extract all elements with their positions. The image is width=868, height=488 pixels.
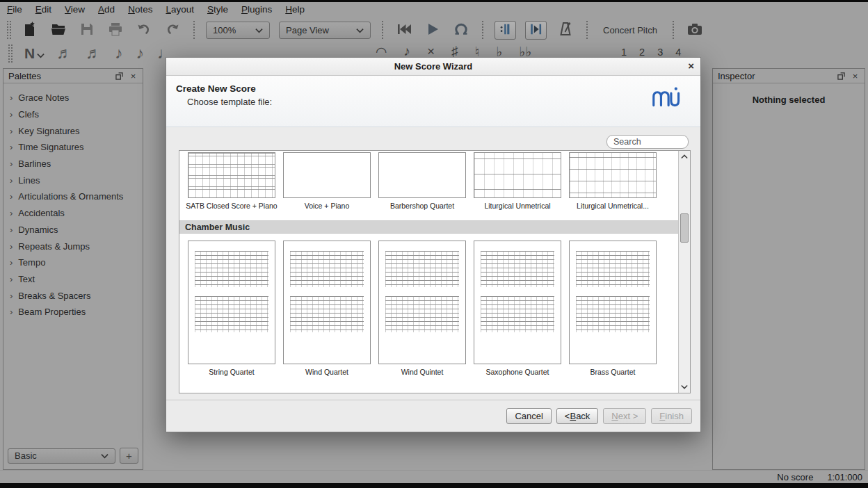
template-thumbnail bbox=[283, 241, 371, 364]
dialog-footer: Cancel < Back Next > Finish bbox=[166, 400, 700, 432]
staff-system-preview bbox=[290, 296, 364, 332]
vertical-scrollbar[interactable] bbox=[678, 151, 690, 393]
template-thumbnail bbox=[474, 241, 561, 364]
template-row: String Quartet Wind Quartet bbox=[179, 241, 678, 376]
template-card[interactable]: Brass Quartet bbox=[569, 241, 657, 376]
template-card[interactable]: Liturgical Unmetrical bbox=[474, 152, 561, 210]
close-icon: × bbox=[688, 60, 694, 72]
staff-system-preview bbox=[290, 251, 364, 287]
template-label: Saxophone Quartet bbox=[485, 368, 549, 376]
dialog-close-button[interactable]: × bbox=[688, 60, 694, 72]
template-label: Voice + Piano bbox=[305, 202, 350, 210]
template-thumbnail bbox=[188, 241, 275, 364]
template-label: Wind Quintet bbox=[401, 368, 444, 376]
musescore-logo-icon bbox=[651, 85, 682, 111]
template-row: SATB Closed Score + Piano Voice + Piano bbox=[179, 152, 678, 210]
back-button[interactable]: < Back bbox=[556, 408, 599, 424]
staff-system-preview bbox=[385, 296, 459, 332]
template-thumbnail bbox=[474, 152, 561, 198]
template-thumbnail bbox=[378, 152, 466, 198]
template-card[interactable]: Liturgical Unmetrical... bbox=[569, 152, 657, 210]
template-label: Liturgical Unmetrical... bbox=[577, 202, 649, 210]
template-card[interactable]: Barbershop Quartet bbox=[378, 152, 466, 210]
wizard-subheading: Choose template file: bbox=[187, 97, 700, 107]
template-list: SATB Closed Score + Piano Voice + Piano bbox=[179, 150, 691, 393]
dialog-body: SATB Closed Score + Piano Voice + Piano bbox=[166, 127, 700, 400]
template-label: SATB Closed Score + Piano bbox=[186, 202, 277, 210]
staff-system-preview bbox=[576, 251, 650, 287]
template-label: Liturgical Unmetrical bbox=[484, 202, 550, 210]
cancel-button[interactable]: Cancel bbox=[506, 408, 551, 424]
scrollbar-thumb[interactable] bbox=[680, 213, 689, 243]
scroll-down-icon[interactable] bbox=[679, 382, 690, 392]
dialog-titlebar[interactable]: New Score Wizard × bbox=[166, 58, 700, 76]
scroll-up-icon[interactable] bbox=[679, 152, 690, 162]
finish-button[interactable]: Finish bbox=[651, 408, 692, 424]
template-card[interactable]: Saxophone Quartet bbox=[474, 241, 561, 376]
staff-system-preview bbox=[195, 296, 268, 332]
template-card[interactable]: Wind Quartet bbox=[283, 241, 371, 376]
template-label: Wind Quartet bbox=[305, 368, 348, 376]
staff-system-preview bbox=[195, 251, 268, 287]
template-card[interactable]: SATB Closed Score + Piano bbox=[188, 152, 275, 210]
template-thumbnail bbox=[283, 152, 371, 198]
template-label: String Quartet bbox=[209, 368, 254, 376]
staff-system-preview bbox=[385, 251, 459, 287]
template-thumbnail bbox=[569, 152, 657, 198]
template-card[interactable]: Wind Quintet bbox=[378, 241, 466, 376]
new-score-wizard-dialog: New Score Wizard × Create New Score Choo… bbox=[166, 57, 701, 432]
template-thumbnail bbox=[188, 152, 275, 198]
template-thumbnail bbox=[378, 241, 466, 364]
search-input[interactable] bbox=[606, 135, 689, 149]
staff-system-preview bbox=[481, 251, 554, 287]
dialog-title: New Score Wizard bbox=[166, 61, 700, 72]
template-section: Chamber Music String Quartet bbox=[179, 220, 678, 376]
staff-system-preview bbox=[576, 296, 650, 332]
template-label: Barbershop Quartet bbox=[390, 202, 454, 210]
template-sections: SATB Closed Score + Piano Voice + Piano bbox=[179, 151, 678, 393]
dialog-header: Create New Score Choose template file: bbox=[166, 76, 700, 127]
template-thumbnail bbox=[569, 241, 657, 364]
next-button[interactable]: Next > bbox=[603, 408, 646, 424]
template-card[interactable]: Voice + Piano bbox=[283, 152, 371, 210]
staff-system-preview bbox=[481, 296, 554, 332]
template-section: SATB Closed Score + Piano Voice + Piano bbox=[179, 152, 678, 210]
section-header: Chamber Music bbox=[179, 220, 678, 234]
template-label: Brass Quartet bbox=[590, 368, 636, 376]
template-card[interactable]: String Quartet bbox=[188, 241, 275, 376]
wizard-heading: Create New Score bbox=[176, 83, 700, 94]
